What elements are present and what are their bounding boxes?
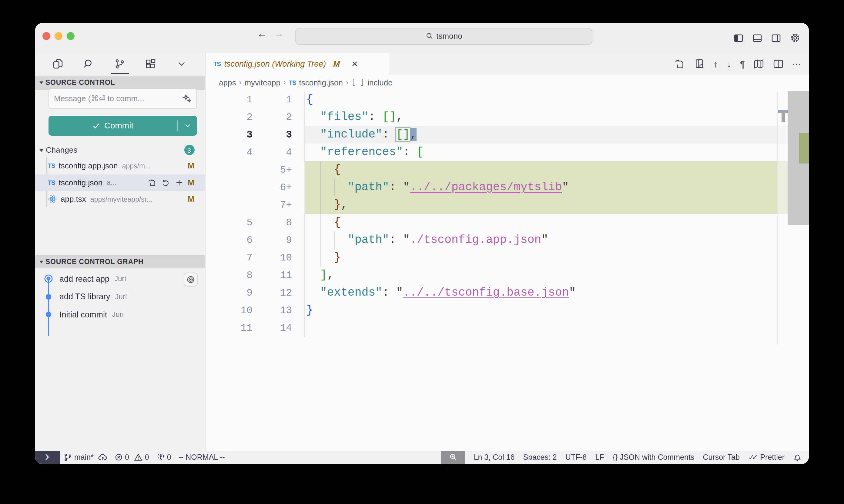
code-lines: 11{22 "files": [],33 "include": [],44 "r… (205, 91, 809, 337)
commit-message: add react app (59, 274, 109, 284)
split-editor-icon[interactable] (773, 58, 783, 69)
breadcrumb-item-apps[interactable]: apps (219, 78, 236, 87)
source-control-graph-label: SOURCE CONTROL GRAPH (46, 258, 144, 265)
code-line-4[interactable]: 44 "references": [ (205, 144, 809, 161)
code-line-1[interactable]: 11{ (205, 91, 809, 108)
zoom-indicator[interactable] (441, 450, 465, 464)
code-line-13[interactable]: 1013} (205, 302, 809, 319)
extensions-icon[interactable] (144, 56, 158, 71)
commit-list: add react appJuriadd TS libraryJuriIniti… (35, 270, 205, 323)
changed-file-tsconfig.json[interactable]: TStsconfig.jsona...M (35, 174, 205, 191)
changed-file-tsconfig.app.json[interactable]: TStsconfig.app.jsonapps/m...M (35, 158, 205, 174)
source-control-header[interactable]: ▾ SOURCE CONTROL (35, 76, 205, 89)
explorer-icon[interactable] (51, 56, 66, 71)
code-line-5[interactable]: 5+ { (205, 161, 809, 179)
search-view-icon[interactable] (82, 56, 97, 71)
code-line-7[interactable]: 7+ }, (205, 196, 809, 214)
tab-tsconfig-working-tree[interactable]: TS tsconfig.json (Working Tree) M ✕ (206, 53, 389, 74)
commit-message: Initial commit (59, 310, 107, 319)
commit-dropdown-chevron-icon[interactable] (178, 122, 197, 129)
cloud-upload-icon[interactable] (98, 453, 107, 462)
close-tab-icon[interactable]: ✕ (351, 59, 358, 68)
minimize-button[interactable] (55, 32, 63, 40)
forward-icon[interactable]: → (274, 29, 284, 39)
modified-badge: M (188, 195, 194, 204)
modified-line-number: 3 (205, 126, 292, 144)
changed-file-app.tsx[interactable]: app.tsxapps/myviteapp/sr...M (35, 191, 205, 208)
code-line-6[interactable]: 6+ "path": "../../packages/mytslib" (205, 179, 809, 196)
radio-tower-icon (156, 453, 165, 462)
diff-editor: 11{22 "files": [],33 "include": [],44 "r… (205, 91, 809, 450)
changes-count-badge: 3 (184, 145, 194, 155)
encoding[interactable]: UTF-8 (565, 453, 587, 462)
more-views-chevron-icon[interactable] (175, 56, 189, 71)
toggle-secondary-sidebar-icon[interactable] (771, 33, 781, 43)
modified-line-number: 12 (205, 284, 292, 302)
commit-row[interactable]: Initial commitJuri (35, 306, 205, 323)
changes-section-header[interactable]: ▾ Changes 3 (35, 143, 205, 157)
formatter-status[interactable]: ✓✓ Prettier (748, 453, 785, 462)
commit-button[interactable]: Commit (49, 115, 197, 136)
code-line-8[interactable]: 58 { (205, 214, 809, 231)
tab-modified-badge: M (333, 59, 340, 68)
code-line-2[interactable]: 22 "files": [], (205, 108, 809, 126)
breadcrumb-item-include[interactable]: include (367, 78, 392, 87)
eol-sequence[interactable]: LF (596, 453, 604, 462)
file-name: tsconfig.json (59, 178, 103, 187)
indentation[interactable]: Spaces: 2 (523, 453, 557, 462)
code-line-11[interactable]: 811 ], (205, 267, 809, 284)
stage-changes-icon[interactable] (175, 179, 183, 186)
branch-status[interactable]: main* (64, 453, 107, 462)
previous-change-icon[interactable]: ↑ (713, 59, 718, 68)
language-mode[interactable]: {} JSON with Comments (613, 453, 694, 462)
code-line-3[interactable]: 33 "include": [], (205, 126, 809, 144)
open-changes-icon[interactable] (675, 58, 686, 69)
code-line-14[interactable]: 1114 (205, 319, 809, 337)
sparkle-icon[interactable] (183, 94, 192, 103)
line-content: } (306, 249, 341, 267)
ports-count: 0 (167, 453, 171, 462)
code-line-12[interactable]: 912 "extends": "../../tsconfig.base.json… (205, 284, 809, 302)
settings-gear-icon[interactable] (790, 33, 800, 43)
problems-status[interactable]: 0 0 (115, 453, 149, 462)
source-control-view-icon[interactable] (113, 56, 127, 71)
cursor-position[interactable]: Ln 3, Col 16 (474, 453, 515, 462)
commit-message-input[interactable]: Message (⌘⏎ to comm... (49, 88, 197, 109)
back-icon[interactable]: ← (257, 29, 267, 39)
error-icon (115, 453, 123, 461)
line-content: "extends": "../../tsconfig.base.json" (306, 284, 576, 302)
breadcrumb-item-tsconfig.json[interactable]: tsconfig.json (299, 78, 343, 87)
code-line-10[interactable]: 710 } (205, 249, 809, 267)
commit-row[interactable]: add TS libraryJuri (35, 288, 205, 306)
toggle-whitespace-icon[interactable]: ¶ (740, 59, 745, 68)
commit-row[interactable]: add react appJuri (35, 270, 205, 288)
remote-indicator[interactable] (35, 450, 60, 464)
cursor-tab-status[interactable]: Cursor Tab (703, 453, 740, 462)
toggle-panel-icon[interactable] (753, 33, 762, 43)
modified-line-number: 2 (205, 108, 292, 126)
notifications-bell-icon[interactable] (793, 453, 802, 462)
zoom-button[interactable] (67, 32, 74, 40)
vim-mode[interactable]: -- NORMAL -- (178, 453, 225, 462)
line-content: "path": "./tsconfig.app.json" (306, 231, 548, 249)
toggle-primary-sidebar-icon[interactable] (734, 33, 743, 43)
ports-status[interactable]: 0 (156, 453, 171, 462)
discard-changes-icon[interactable] (161, 179, 170, 186)
more-actions-icon[interactable]: ⋯ (792, 59, 801, 68)
breadcrumb-item-myviteapp[interactable]: myviteapp (244, 78, 280, 87)
inline-view-icon[interactable] (694, 58, 705, 69)
next-change-icon[interactable]: ↓ (727, 59, 731, 68)
open-file-icon[interactable] (148, 179, 156, 186)
indent-guide (334, 231, 334, 249)
map-icon[interactable] (754, 58, 764, 69)
commit-author: Juri (115, 293, 127, 301)
close-button[interactable] (42, 32, 50, 40)
command-center-search[interactable]: tsmono (295, 28, 592, 45)
source-control-graph-header[interactable]: ▾ SOURCE CONTROL GRAPH (35, 255, 205, 268)
tab-title: tsconfig.json (Working Tree) (224, 59, 326, 68)
typescript-file-icon: TS (48, 163, 55, 169)
error-count: 0 (125, 453, 129, 462)
typescript-file-icon: TS (213, 60, 221, 67)
code-line-9[interactable]: 69 "path": "./tsconfig.app.json" (205, 231, 809, 249)
checkout-target-button[interactable] (184, 272, 197, 286)
